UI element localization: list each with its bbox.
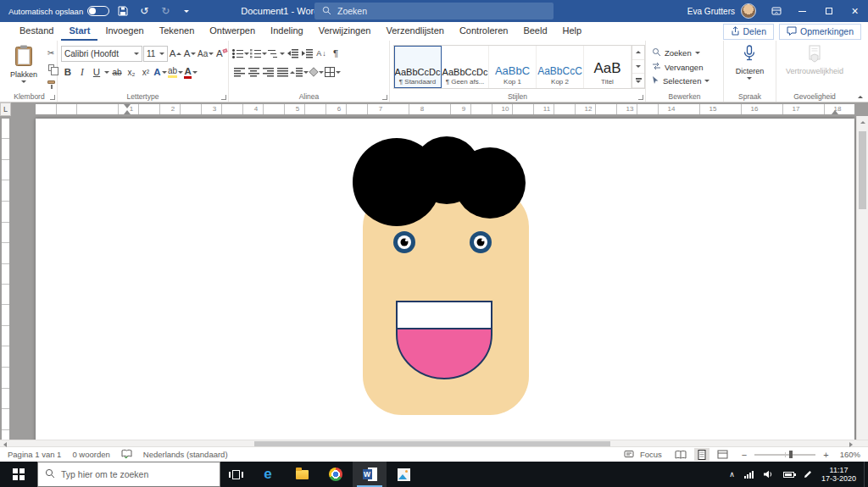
tab-ontwerpen[interactable]: Ontwerpen xyxy=(202,22,263,41)
styles-more-icon[interactable] xyxy=(632,74,644,88)
minimize-button[interactable] xyxy=(789,0,815,22)
change-case-button[interactable]: Aa xyxy=(198,46,214,61)
superscript-button[interactable]: x² xyxy=(139,64,153,80)
scroll-right-icon[interactable] xyxy=(849,442,853,447)
tab-indeling[interactable]: Indeling xyxy=(263,22,311,41)
style-kop-1[interactable]: AaBbC Kop 1 xyxy=(489,46,537,88)
dialog-launcher-icon[interactable] xyxy=(221,95,226,100)
styles-scroll-up-icon[interactable] xyxy=(632,46,644,60)
network-icon[interactable] xyxy=(744,471,754,479)
language-status[interactable]: Nederlands (standaard) xyxy=(143,450,228,459)
page-info[interactable]: Pagina 1 van 1 xyxy=(8,450,61,459)
justify-button[interactable] xyxy=(275,64,289,80)
undo-icon[interactable]: ↺ xyxy=(136,2,152,20)
left-indent-marker[interactable] xyxy=(124,110,131,114)
align-left-button[interactable] xyxy=(232,64,246,80)
tab-tekenen[interactable]: Tekenen xyxy=(152,22,203,41)
bullets-button[interactable] xyxy=(232,46,249,61)
dialog-launcher-icon[interactable] xyxy=(638,95,643,100)
start-button[interactable] xyxy=(0,462,37,487)
horizontal-ruler[interactable]: L 1 2 3 4 5 6 7 8 9 10 11 12 13 14 15 16… xyxy=(0,102,868,116)
dialog-launcher-icon[interactable] xyxy=(50,95,55,100)
horizontal-scrollbar[interactable] xyxy=(0,440,868,446)
shrink-font-button[interactable]: A xyxy=(183,46,197,61)
style-geen-afstand[interactable]: AaBbCcDc ¶ Geen afs... xyxy=(442,46,489,88)
font-color-button[interactable]: A xyxy=(184,64,198,80)
sort-button[interactable]: A↓ xyxy=(314,46,328,61)
paste-button[interactable]: Plakken xyxy=(5,42,42,83)
tab-stop-selector[interactable]: L xyxy=(0,102,11,116)
left-eye-shape[interactable] xyxy=(393,231,415,253)
photos-taskbar-icon[interactable] xyxy=(387,462,420,487)
tab-verzendlijsten[interactable]: Verzendlijsten xyxy=(378,22,452,41)
word-taskbar-icon[interactable]: W xyxy=(353,462,387,487)
close-button[interactable]: × xyxy=(842,0,868,22)
replace-button[interactable]: Vervangen xyxy=(652,62,709,72)
numbering-button[interactable] xyxy=(250,46,267,61)
italic-button[interactable]: I xyxy=(75,64,89,80)
tab-beeld[interactable]: Beeld xyxy=(515,22,554,41)
line-spacing-button[interactable] xyxy=(290,64,309,80)
underline-dropdown-icon[interactable] xyxy=(104,71,109,74)
first-line-indent-marker[interactable] xyxy=(124,104,131,108)
decrease-indent-button[interactable] xyxy=(286,46,299,61)
read-mode-icon[interactable] xyxy=(673,448,688,461)
right-eye-shape[interactable] xyxy=(470,231,492,253)
dialog-launcher-icon[interactable] xyxy=(382,95,387,100)
pen-icon[interactable] xyxy=(804,467,812,482)
quick-access-dropdown-icon[interactable] xyxy=(179,2,194,20)
format-painter-icon[interactable] xyxy=(45,76,57,87)
chrome-taskbar-icon[interactable] xyxy=(319,462,353,487)
horizontal-scroll-thumb[interactable] xyxy=(254,441,610,446)
web-layout-icon[interactable] xyxy=(715,448,731,461)
clear-formatting-button[interactable]: A xyxy=(214,46,228,61)
subscript-button[interactable]: x₂ xyxy=(125,64,138,80)
autosave-toggle[interactable]: Automatisch opslaan xyxy=(8,6,109,16)
word-count[interactable]: 0 woorden xyxy=(72,450,109,459)
redo-icon[interactable]: ↻ xyxy=(158,2,173,20)
tab-help[interactable]: Help xyxy=(555,22,590,41)
tray-chevron-up-icon[interactable]: ∧ xyxy=(729,470,735,479)
vertical-scrollbar[interactable] xyxy=(856,116,868,440)
taskbar-clock[interactable]: 11:17 17-3-2020 xyxy=(821,466,856,484)
align-right-button[interactable] xyxy=(261,64,275,80)
style-titel[interactable]: AaB Titel xyxy=(584,46,632,88)
ribbon-display-options-button[interactable] xyxy=(763,0,789,22)
font-size-combo[interactable]: 11 xyxy=(143,46,168,62)
dictate-button[interactable]: Dicteren xyxy=(731,42,770,80)
text-effects-button[interactable]: A xyxy=(153,64,167,80)
style-standaard[interactable]: AaBbCcDc ¶ Standaard xyxy=(394,46,442,88)
focus-button[interactable]: Focus xyxy=(624,450,662,460)
task-view-button[interactable] xyxy=(220,462,251,487)
bold-button[interactable]: B xyxy=(61,64,75,80)
proofing-icon[interactable] xyxy=(121,449,132,460)
show-desktop-button[interactable] xyxy=(864,462,868,487)
font-name-combo[interactable]: Calibri (Hoofdt xyxy=(61,46,142,62)
print-layout-icon[interactable] xyxy=(694,448,709,461)
battery-icon[interactable] xyxy=(783,472,794,478)
copy-icon[interactable] xyxy=(45,62,57,73)
tab-invoegen[interactable]: Invoegen xyxy=(97,22,151,41)
tab-start[interactable]: Start xyxy=(61,22,97,41)
tab-bestand[interactable]: Bestand xyxy=(12,22,61,41)
hair-right-shape[interactable] xyxy=(454,147,526,219)
titlebar-search-input[interactable]: Zoeken xyxy=(314,3,554,19)
zoom-level[interactable]: 160% xyxy=(840,450,860,459)
autosave-switch[interactable] xyxy=(87,6,109,16)
vertical-scroll-thumb[interactable] xyxy=(859,131,866,209)
increase-indent-button[interactable] xyxy=(300,46,314,61)
user-name[interactable]: Eva Grutters xyxy=(687,7,735,16)
multilevel-list-button[interactable] xyxy=(268,46,285,61)
scroll-up-icon[interactable] xyxy=(860,121,865,124)
zoom-in-icon[interactable]: + xyxy=(823,450,828,460)
avatar[interactable] xyxy=(741,3,756,19)
scroll-left-icon[interactable] xyxy=(3,442,7,447)
align-center-button[interactable] xyxy=(247,64,260,80)
maximize-button[interactable] xyxy=(815,0,842,22)
tab-verwijzingen[interactable]: Verwijzingen xyxy=(311,22,379,41)
zoom-slider-thumb[interactable] xyxy=(789,451,793,458)
save-icon[interactable] xyxy=(115,2,131,20)
collapse-ribbon-icon[interactable] xyxy=(858,96,863,98)
tab-controleren[interactable]: Controleren xyxy=(452,22,515,41)
zoom-slider[interactable] xyxy=(754,454,815,456)
